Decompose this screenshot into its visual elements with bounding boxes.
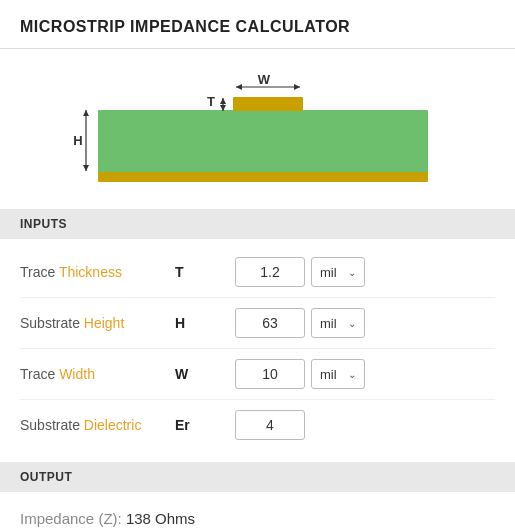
unit-select-t[interactable]: milmmumoz [320,265,344,280]
svg-marker-13 [83,165,89,171]
unit-select-wrapper-t[interactable]: milmmumoz ⌄ [311,257,365,287]
symbol-t: T [175,264,235,280]
unit-select-wrapper-w[interactable]: milmmum ⌄ [311,359,365,389]
label-trace-thickness: Trace Thickness [20,264,175,280]
microstrip-diagram: W T H [68,65,448,195]
page-title: MICROSTRIP IMPEDANCE CALCULATOR [20,18,495,36]
diagram-section: W T H [0,49,515,205]
chevron-icon-t: ⌄ [348,267,356,278]
label-highlight-width: Width [59,366,95,382]
label-highlight-dielectric: Dielectric [84,417,142,433]
input-trace-thickness[interactable] [235,257,305,287]
calculator: MICROSTRIP IMPEDANCE CALCULATOR W T H [0,0,515,531]
output-label: Impedance (Z): [20,510,122,527]
label-substrate-height: Substrate Height [20,315,175,331]
svg-marker-12 [83,110,89,116]
label-trace-width: Trace Width [20,366,175,382]
svg-text:T: T [207,94,215,109]
input-trace-width[interactable] [235,359,305,389]
svg-text:H: H [73,133,82,148]
output-value: 138 Ohms [126,510,195,527]
svg-marker-4 [236,84,242,90]
input-row-trace-thickness: Trace Thickness T milmmumoz ⌄ [20,247,495,298]
inputs-header: INPUTS [0,209,515,239]
svg-text:W: W [257,72,270,87]
chevron-icon-h: ⌄ [348,318,356,329]
chevron-icon-w: ⌄ [348,369,356,380]
label-highlight-height: Height [84,315,124,331]
input-row-substrate-dielectric: Substrate Dielectric Er [20,400,495,450]
output-text: Impedance (Z): 138 Ohms [20,502,495,527]
title-section: MICROSTRIP IMPEDANCE CALCULATOR [0,0,515,49]
input-row-trace-width: Trace Width W milmmum ⌄ [20,349,495,400]
symbol-w: W [175,366,235,382]
symbol-h: H [175,315,235,331]
output-header: OUTPUT [0,462,515,492]
inputs-section: Trace Thickness T milmmumoz ⌄ Substrate … [0,239,515,458]
label-substrate-dielectric: Substrate Dielectric [20,417,175,433]
label-highlight-thickness: Thickness [59,264,122,280]
svg-marker-8 [220,98,226,104]
input-row-substrate-height: Substrate Height H milmmum ⌄ [20,298,495,349]
svg-rect-2 [233,97,303,111]
input-substrate-height[interactable] [235,308,305,338]
unit-select-w[interactable]: milmmum [320,367,344,382]
svg-marker-5 [294,84,300,90]
symbol-er: Er [175,417,235,433]
output-section: Impedance (Z): 138 Ohms [0,492,515,531]
input-substrate-dielectric[interactable] [235,410,305,440]
unit-select-wrapper-h[interactable]: milmmum ⌄ [311,308,365,338]
unit-select-h[interactable]: milmmum [320,316,344,331]
svg-rect-1 [98,110,428,172]
